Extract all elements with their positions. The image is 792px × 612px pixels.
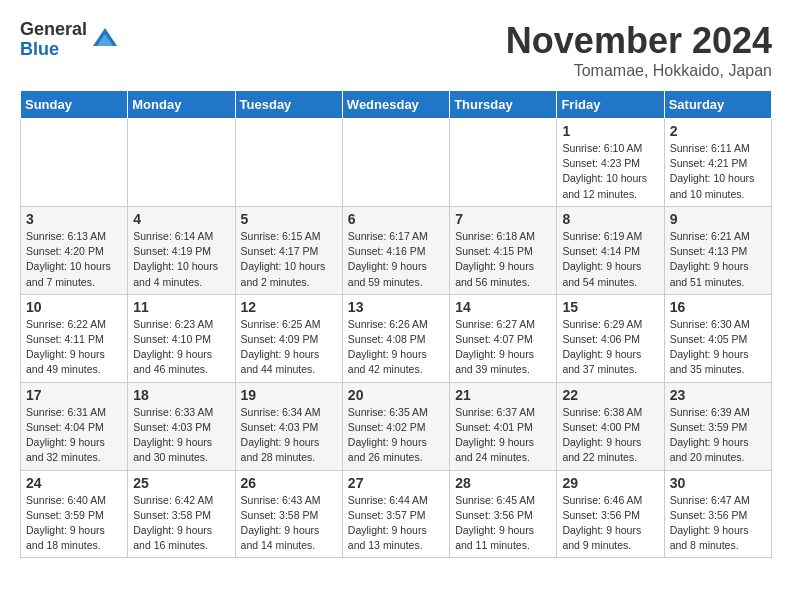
calendar-cell: 27Sunrise: 6:44 AM Sunset: 3:57 PM Dayli…	[342, 470, 449, 558]
day-number: 10	[26, 299, 122, 315]
calendar-cell: 14Sunrise: 6:27 AM Sunset: 4:07 PM Dayli…	[450, 294, 557, 382]
day-info: Sunrise: 6:27 AM Sunset: 4:07 PM Dayligh…	[455, 317, 551, 378]
day-info: Sunrise: 6:34 AM Sunset: 4:03 PM Dayligh…	[241, 405, 337, 466]
day-info: Sunrise: 6:44 AM Sunset: 3:57 PM Dayligh…	[348, 493, 444, 554]
calendar-cell	[342, 119, 449, 207]
day-info: Sunrise: 6:33 AM Sunset: 4:03 PM Dayligh…	[133, 405, 229, 466]
calendar-cell: 2Sunrise: 6:11 AM Sunset: 4:21 PM Daylig…	[664, 119, 771, 207]
title-area: November 2024 Tomamae, Hokkaido, Japan	[506, 20, 772, 80]
day-info: Sunrise: 6:38 AM Sunset: 4:00 PM Dayligh…	[562, 405, 658, 466]
header-tuesday: Tuesday	[235, 91, 342, 119]
day-number: 18	[133, 387, 229, 403]
calendar-cell: 9Sunrise: 6:21 AM Sunset: 4:13 PM Daylig…	[664, 206, 771, 294]
header-monday: Monday	[128, 91, 235, 119]
calendar-week-2: 3Sunrise: 6:13 AM Sunset: 4:20 PM Daylig…	[21, 206, 772, 294]
calendar-cell	[21, 119, 128, 207]
calendar-cell: 25Sunrise: 6:42 AM Sunset: 3:58 PM Dayli…	[128, 470, 235, 558]
logo: General Blue	[20, 20, 119, 60]
calendar-body: 1Sunrise: 6:10 AM Sunset: 4:23 PM Daylig…	[21, 119, 772, 558]
day-number: 4	[133, 211, 229, 227]
location: Tomamae, Hokkaido, Japan	[506, 62, 772, 80]
day-info: Sunrise: 6:17 AM Sunset: 4:16 PM Dayligh…	[348, 229, 444, 290]
calendar-cell: 18Sunrise: 6:33 AM Sunset: 4:03 PM Dayli…	[128, 382, 235, 470]
day-number: 8	[562, 211, 658, 227]
calendar-cell: 17Sunrise: 6:31 AM Sunset: 4:04 PM Dayli…	[21, 382, 128, 470]
calendar-cell: 1Sunrise: 6:10 AM Sunset: 4:23 PM Daylig…	[557, 119, 664, 207]
calendar-cell: 3Sunrise: 6:13 AM Sunset: 4:20 PM Daylig…	[21, 206, 128, 294]
day-number: 6	[348, 211, 444, 227]
day-number: 5	[241, 211, 337, 227]
day-info: Sunrise: 6:31 AM Sunset: 4:04 PM Dayligh…	[26, 405, 122, 466]
calendar-cell: 29Sunrise: 6:46 AM Sunset: 3:56 PM Dayli…	[557, 470, 664, 558]
day-info: Sunrise: 6:40 AM Sunset: 3:59 PM Dayligh…	[26, 493, 122, 554]
calendar-week-4: 17Sunrise: 6:31 AM Sunset: 4:04 PM Dayli…	[21, 382, 772, 470]
calendar-cell: 6Sunrise: 6:17 AM Sunset: 4:16 PM Daylig…	[342, 206, 449, 294]
calendar-cell: 30Sunrise: 6:47 AM Sunset: 3:56 PM Dayli…	[664, 470, 771, 558]
calendar-cell	[450, 119, 557, 207]
calendar-cell: 28Sunrise: 6:45 AM Sunset: 3:56 PM Dayli…	[450, 470, 557, 558]
day-info: Sunrise: 6:11 AM Sunset: 4:21 PM Dayligh…	[670, 141, 766, 202]
calendar-cell: 22Sunrise: 6:38 AM Sunset: 4:00 PM Dayli…	[557, 382, 664, 470]
day-number: 19	[241, 387, 337, 403]
calendar-cell: 21Sunrise: 6:37 AM Sunset: 4:01 PM Dayli…	[450, 382, 557, 470]
day-info: Sunrise: 6:25 AM Sunset: 4:09 PM Dayligh…	[241, 317, 337, 378]
day-info: Sunrise: 6:19 AM Sunset: 4:14 PM Dayligh…	[562, 229, 658, 290]
day-info: Sunrise: 6:15 AM Sunset: 4:17 PM Dayligh…	[241, 229, 337, 290]
day-number: 22	[562, 387, 658, 403]
day-number: 3	[26, 211, 122, 227]
day-number: 27	[348, 475, 444, 491]
day-number: 30	[670, 475, 766, 491]
day-info: Sunrise: 6:23 AM Sunset: 4:10 PM Dayligh…	[133, 317, 229, 378]
calendar-cell: 8Sunrise: 6:19 AM Sunset: 4:14 PM Daylig…	[557, 206, 664, 294]
day-number: 7	[455, 211, 551, 227]
calendar-cell: 5Sunrise: 6:15 AM Sunset: 4:17 PM Daylig…	[235, 206, 342, 294]
day-number: 9	[670, 211, 766, 227]
calendar-cell: 26Sunrise: 6:43 AM Sunset: 3:58 PM Dayli…	[235, 470, 342, 558]
calendar-cell	[235, 119, 342, 207]
calendar-cell: 11Sunrise: 6:23 AM Sunset: 4:10 PM Dayli…	[128, 294, 235, 382]
day-info: Sunrise: 6:45 AM Sunset: 3:56 PM Dayligh…	[455, 493, 551, 554]
calendar-cell: 20Sunrise: 6:35 AM Sunset: 4:02 PM Dayli…	[342, 382, 449, 470]
day-number: 2	[670, 123, 766, 139]
day-number: 28	[455, 475, 551, 491]
logo-icon	[91, 26, 119, 54]
calendar-header: SundayMondayTuesdayWednesdayThursdayFrid…	[21, 91, 772, 119]
calendar-cell: 4Sunrise: 6:14 AM Sunset: 4:19 PM Daylig…	[128, 206, 235, 294]
day-number: 15	[562, 299, 658, 315]
day-info: Sunrise: 6:37 AM Sunset: 4:01 PM Dayligh…	[455, 405, 551, 466]
calendar-cell: 15Sunrise: 6:29 AM Sunset: 4:06 PM Dayli…	[557, 294, 664, 382]
day-info: Sunrise: 6:10 AM Sunset: 4:23 PM Dayligh…	[562, 141, 658, 202]
calendar-table: SundayMondayTuesdayWednesdayThursdayFrid…	[20, 90, 772, 558]
calendar-cell: 16Sunrise: 6:30 AM Sunset: 4:05 PM Dayli…	[664, 294, 771, 382]
header-friday: Friday	[557, 91, 664, 119]
month-title: November 2024	[506, 20, 772, 62]
header-saturday: Saturday	[664, 91, 771, 119]
day-info: Sunrise: 6:43 AM Sunset: 3:58 PM Dayligh…	[241, 493, 337, 554]
day-info: Sunrise: 6:21 AM Sunset: 4:13 PM Dayligh…	[670, 229, 766, 290]
calendar-cell: 23Sunrise: 6:39 AM Sunset: 3:59 PM Dayli…	[664, 382, 771, 470]
day-info: Sunrise: 6:13 AM Sunset: 4:20 PM Dayligh…	[26, 229, 122, 290]
day-info: Sunrise: 6:22 AM Sunset: 4:11 PM Dayligh…	[26, 317, 122, 378]
header-thursday: Thursday	[450, 91, 557, 119]
day-number: 26	[241, 475, 337, 491]
day-number: 16	[670, 299, 766, 315]
calendar-cell: 24Sunrise: 6:40 AM Sunset: 3:59 PM Dayli…	[21, 470, 128, 558]
day-info: Sunrise: 6:18 AM Sunset: 4:15 PM Dayligh…	[455, 229, 551, 290]
day-number: 11	[133, 299, 229, 315]
day-info: Sunrise: 6:26 AM Sunset: 4:08 PM Dayligh…	[348, 317, 444, 378]
logo-general-text: General	[20, 20, 87, 40]
day-info: Sunrise: 6:46 AM Sunset: 3:56 PM Dayligh…	[562, 493, 658, 554]
day-number: 17	[26, 387, 122, 403]
logo-blue-text: Blue	[20, 40, 87, 60]
calendar-week-3: 10Sunrise: 6:22 AM Sunset: 4:11 PM Dayli…	[21, 294, 772, 382]
day-info: Sunrise: 6:35 AM Sunset: 4:02 PM Dayligh…	[348, 405, 444, 466]
calendar-cell: 10Sunrise: 6:22 AM Sunset: 4:11 PM Dayli…	[21, 294, 128, 382]
day-info: Sunrise: 6:42 AM Sunset: 3:58 PM Dayligh…	[133, 493, 229, 554]
day-info: Sunrise: 6:39 AM Sunset: 3:59 PM Dayligh…	[670, 405, 766, 466]
calendar-cell: 12Sunrise: 6:25 AM Sunset: 4:09 PM Dayli…	[235, 294, 342, 382]
calendar-week-5: 24Sunrise: 6:40 AM Sunset: 3:59 PM Dayli…	[21, 470, 772, 558]
day-number: 1	[562, 123, 658, 139]
calendar-cell	[128, 119, 235, 207]
day-info: Sunrise: 6:14 AM Sunset: 4:19 PM Dayligh…	[133, 229, 229, 290]
day-number: 14	[455, 299, 551, 315]
